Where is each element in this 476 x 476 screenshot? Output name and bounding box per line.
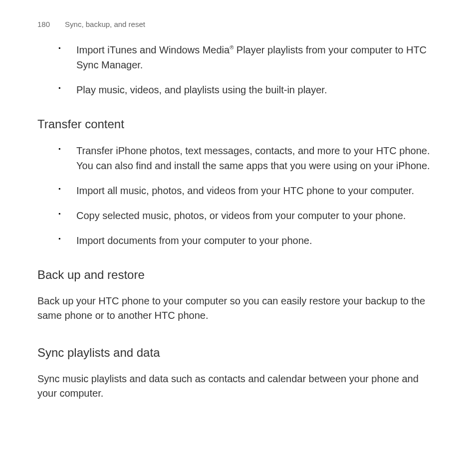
header-breadcrumb: Sync, backup, and reset — [65, 20, 145, 28]
list-item: Import documents from your computer to y… — [76, 233, 439, 248]
page-number: 180 — [37, 20, 50, 28]
list-item: Play music, videos, and playlists using … — [76, 82, 439, 97]
section-heading: Sync playlists and data — [37, 346, 439, 360]
list-item: Copy selected music, photos, or videos f… — [76, 208, 439, 223]
section-backup: Back up and restore Back up your HTC pho… — [37, 268, 439, 323]
list-item: Transfer iPhone photos, text messages, c… — [76, 143, 439, 173]
transfer-list: Transfer iPhone photos, text messages, c… — [37, 143, 439, 248]
section-transfer: Transfer content Transfer iPhone photos,… — [37, 117, 439, 248]
list-item: Import iTunes and Windows Media® Player … — [76, 42, 439, 72]
section-text: Sync music playlists and data such as co… — [37, 372, 439, 401]
section-sync: Sync playlists and data Sync music playl… — [37, 346, 439, 401]
list-item: Import all music, photos, and videos fro… — [76, 183, 439, 198]
list-item-text: Import iTunes and Windows Media — [76, 44, 230, 55]
page-header: 180 Sync, backup, and reset — [37, 20, 439, 28]
intro-list: Import iTunes and Windows Media® Player … — [37, 42, 439, 97]
section-heading: Back up and restore — [37, 268, 439, 282]
section-heading: Transfer content — [37, 117, 439, 131]
section-text: Back up your HTC phone to your computer … — [37, 294, 439, 323]
